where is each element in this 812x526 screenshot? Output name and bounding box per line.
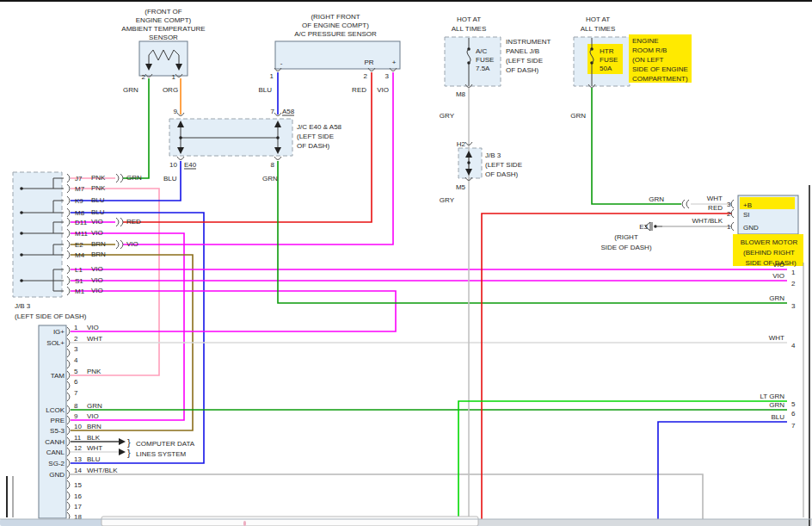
pin-arc-icon-r0-9 <box>67 276 70 285</box>
label-93: 4 <box>74 356 78 364</box>
pin-arc-icon-r1-14 <box>67 480 70 489</box>
label-56: OF DASH) <box>297 142 330 150</box>
label-117: GND <box>49 471 65 479</box>
pin-arc-icon-r1-5 <box>67 381 70 390</box>
label-58: GRN <box>262 175 278 183</box>
pin-arc-icon-l0-2 <box>731 222 734 231</box>
label-48: 9 <box>174 108 178 115</box>
label-121: 16 <box>74 492 82 500</box>
label-96: PNK <box>87 368 102 375</box>
label-80: S1 <box>75 277 83 285</box>
label-2: AMBIENT TEMPERATURE <box>121 25 205 33</box>
label-156: (BEHIND RIGHT <box>743 249 795 257</box>
pin-arc-icon-l1-0 <box>682 200 685 208</box>
pin-arc-icon-r3-1 <box>120 218 123 226</box>
label-6: A/C PRESSURE SENSOR <box>294 30 377 38</box>
label-1: ENGINE COMPT) <box>136 16 192 24</box>
label-51: 10 <box>169 161 177 169</box>
label-83: VIO <box>91 287 103 294</box>
label-155: BLOWER MOTOR <box>741 238 798 246</box>
label-70: RED <box>126 218 141 226</box>
label-38: ORG <box>163 86 178 94</box>
label-77: BRN <box>91 251 106 258</box>
connector-cup-icon-6 <box>177 157 184 160</box>
pin-arc-icon-r1-2 <box>67 349 70 357</box>
label-97: 6 <box>74 378 78 386</box>
label-107: BRN <box>87 423 102 430</box>
wire-htr-grn-blower <box>592 88 681 204</box>
label-18: SIDE OF ENGINE <box>632 65 688 73</box>
pin-arc-icon-r2-1 <box>116 218 119 226</box>
label-73: E2 <box>75 241 83 249</box>
pin-arc-icon-r1-11 <box>67 448 70 456</box>
label-71: M11 <box>75 230 89 238</box>
label-141: 7 <box>791 422 796 430</box>
label-119: WHT/BLK <box>87 467 118 474</box>
label-144: 3 <box>727 201 731 208</box>
label-0: (FRONT OF <box>145 8 182 15</box>
label-34: GRN <box>570 112 586 120</box>
pin-arc-icon-l2-0 <box>686 200 689 208</box>
pin-arc-icon-l0-0 <box>731 200 734 208</box>
junction-dot-8 <box>654 225 657 228</box>
label-90: 2 <box>74 335 78 343</box>
label-4: (RIGHT FRONT <box>311 13 360 21</box>
label-22: 7.5A <box>476 65 490 72</box>
label-87: 1 <box>74 324 78 331</box>
pin-arc-icon-r0-2 <box>67 196 70 205</box>
label-129: 1 <box>791 269 796 276</box>
label-105: S5-3 <box>50 427 65 435</box>
label-17: (ON LEFT <box>632 56 664 64</box>
chrome-rect-1 <box>478 519 812 526</box>
label-11: INSTRUMENT <box>506 38 551 46</box>
label-66: M8 <box>75 209 85 217</box>
label-28: H2 <box>457 140 466 148</box>
label-112: 12 <box>74 444 82 452</box>
label-139: 6 <box>791 410 796 418</box>
label-102: PRE <box>51 417 65 424</box>
wiring-diagram-svg: (FRONT OFENGINE COMPT)AMBIENT TEMPERATUR… <box>0 0 812 526</box>
label-57: BLU <box>163 175 177 183</box>
label-104: VIO <box>87 412 99 420</box>
label-153: (RIGHT <box>614 233 638 241</box>
label-30: (LEFT SIDE <box>485 161 522 169</box>
junction-dot-7 <box>467 161 471 164</box>
label-61: GRN <box>126 174 142 182</box>
pin-arc-icon-r1-10 <box>67 437 70 446</box>
label-122: 17 <box>74 503 82 511</box>
label-108: CANH <box>45 438 65 446</box>
pin-arc-icon-r1-13 <box>67 470 70 479</box>
label-113: WHT <box>87 444 102 452</box>
pin-arc-icon-r2-2 <box>116 240 119 249</box>
label-86: IG+ <box>53 328 65 336</box>
label-146: 2 <box>727 210 731 218</box>
label-89: SOL+ <box>46 339 65 347</box>
pin-arc-icon-r1-16 <box>67 502 70 511</box>
jb3-left-connector-box <box>13 172 62 297</box>
label-76: M4 <box>75 251 85 259</box>
pin-arc-icon-r3-2 <box>120 240 123 249</box>
wire-jc8-grn-right3 <box>278 161 787 303</box>
junction-dot-4 <box>20 279 23 282</box>
label-109: 11 <box>74 434 82 442</box>
junction-dot-6 <box>276 136 280 139</box>
label-36: 1 <box>172 73 176 81</box>
junction-dot-3 <box>20 253 23 257</box>
pin-arc-icon-r1-6 <box>67 393 70 401</box>
wire-blower-red <box>482 213 732 526</box>
arrow-icon-0 <box>119 438 126 445</box>
label-130: VIO <box>772 272 784 280</box>
label-150: SI <box>743 211 750 219</box>
label-148: 1 <box>727 223 731 231</box>
label-53: 8 <box>271 161 275 169</box>
label-10: ALL TIMES <box>581 25 615 33</box>
label-23: HTR <box>600 47 614 55</box>
arrow-icon-1 <box>119 449 126 455</box>
junction-dot-2 <box>20 232 23 235</box>
label-55: (LEFT SIDE <box>297 133 334 140</box>
label-49: 7 <box>271 108 275 115</box>
label-84: J/B 3 <box>15 302 31 310</box>
label-46: RED <box>352 86 366 94</box>
label-85: (LEFT SIDE OF DASH) <box>15 313 87 320</box>
junction-dot-0 <box>20 187 23 190</box>
